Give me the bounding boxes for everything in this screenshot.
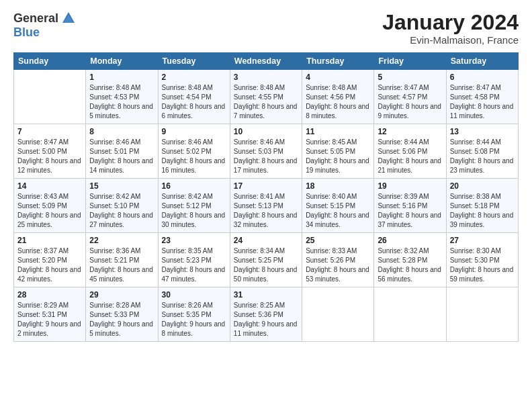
calendar-cell: [446, 287, 518, 342]
col-wednesday: Wednesday: [230, 53, 302, 70]
cell-details: Sunrise: 8:28 AM Sunset: 5:33 PM Dayligh…: [89, 301, 154, 338]
cell-details: Sunrise: 8:48 AM Sunset: 4:54 PM Dayligh…: [162, 83, 226, 121]
cell-details: Sunrise: 8:46 AM Sunset: 5:01 PM Dayligh…: [89, 138, 154, 175]
cell-details: Sunrise: 8:32 AM Sunset: 5:28 PM Dayligh…: [378, 246, 442, 284]
calendar-cell: [374, 287, 446, 342]
calendar-cell: 1Sunrise: 8:48 AM Sunset: 4:53 PM Daylig…: [86, 70, 158, 124]
page: General Blue January 2024 Evin-Malmaison…: [0, 0, 532, 411]
cell-details: Sunrise: 8:35 AM Sunset: 5:23 PM Dayligh…: [162, 246, 226, 284]
col-sunday: Sunday: [14, 53, 86, 70]
day-number: 23: [162, 236, 226, 245]
calendar-cell: 30Sunrise: 8:26 AM Sunset: 5:35 PM Dayli…: [158, 287, 230, 342]
logo-general-text: General: [13, 11, 58, 26]
day-number: 30: [162, 290, 226, 300]
day-number: 22: [89, 236, 154, 245]
day-number: 25: [306, 236, 370, 245]
cell-details: Sunrise: 8:29 AM Sunset: 5:31 PM Dayligh…: [17, 301, 82, 338]
calendar-cell: 27Sunrise: 8:30 AM Sunset: 5:30 PM Dayli…: [446, 233, 518, 287]
calendar-cell: 13Sunrise: 8:44 AM Sunset: 5:08 PM Dayli…: [446, 124, 518, 179]
cell-details: Sunrise: 8:48 AM Sunset: 4:56 PM Dayligh…: [306, 83, 370, 121]
col-saturday: Saturday: [446, 53, 518, 70]
calendar-cell: 26Sunrise: 8:32 AM Sunset: 5:28 PM Dayli…: [374, 233, 446, 287]
day-number: 10: [234, 127, 298, 136]
cell-details: Sunrise: 8:40 AM Sunset: 5:15 PM Dayligh…: [306, 192, 370, 230]
day-number: 20: [450, 181, 515, 191]
calendar-cell: 18Sunrise: 8:40 AM Sunset: 5:15 PM Dayli…: [302, 179, 374, 233]
day-number: 28: [17, 290, 82, 300]
day-number: 31: [234, 290, 298, 300]
calendar-week-4: 28Sunrise: 8:29 AM Sunset: 5:31 PM Dayli…: [14, 287, 519, 342]
col-monday: Monday: [86, 53, 158, 70]
calendar-cell: 24Sunrise: 8:34 AM Sunset: 5:25 PM Dayli…: [230, 233, 302, 287]
calendar-cell: 23Sunrise: 8:35 AM Sunset: 5:23 PM Dayli…: [158, 233, 230, 287]
header-row: Sunday Monday Tuesday Wednesday Thursday…: [14, 53, 519, 70]
day-number: 9: [162, 127, 226, 136]
day-number: 7: [17, 127, 82, 136]
calendar-cell: 21Sunrise: 8:37 AM Sunset: 5:20 PM Dayli…: [14, 233, 86, 287]
cell-details: Sunrise: 8:48 AM Sunset: 4:53 PM Dayligh…: [89, 83, 154, 121]
calendar-week-0: 1Sunrise: 8:48 AM Sunset: 4:53 PM Daylig…: [14, 70, 519, 124]
calendar-cell: 31Sunrise: 8:25 AM Sunset: 5:36 PM Dayli…: [230, 287, 302, 342]
day-number: 11: [306, 127, 370, 136]
cell-details: Sunrise: 8:25 AM Sunset: 5:36 PM Dayligh…: [234, 301, 298, 338]
calendar-cell: 16Sunrise: 8:42 AM Sunset: 5:12 PM Dayli…: [158, 179, 230, 233]
calendar-cell: 11Sunrise: 8:45 AM Sunset: 5:05 PM Dayli…: [302, 124, 374, 179]
calendar-cell: 9Sunrise: 8:46 AM Sunset: 5:02 PM Daylig…: [158, 124, 230, 179]
day-number: 8: [89, 127, 154, 136]
calendar-cell: 12Sunrise: 8:44 AM Sunset: 5:06 PM Dayli…: [374, 124, 446, 179]
cell-details: Sunrise: 8:45 AM Sunset: 5:05 PM Dayligh…: [306, 138, 370, 175]
day-number: 15: [89, 181, 154, 191]
day-number: 17: [234, 181, 298, 191]
cell-details: Sunrise: 8:42 AM Sunset: 5:10 PM Dayligh…: [89, 192, 154, 230]
calendar-cell: 3Sunrise: 8:48 AM Sunset: 4:55 PM Daylig…: [230, 70, 302, 124]
calendar-cell: [302, 287, 374, 342]
calendar-cell: 29Sunrise: 8:28 AM Sunset: 5:33 PM Dayli…: [86, 287, 158, 342]
logo: General Blue: [13, 11, 76, 40]
calendar-cell: 19Sunrise: 8:39 AM Sunset: 5:16 PM Dayli…: [374, 179, 446, 233]
day-number: 29: [89, 290, 154, 300]
day-number: 14: [17, 181, 82, 191]
title-block: January 2024 Evin-Malmaison, France: [382, 11, 519, 46]
calendar-week-1: 7Sunrise: 8:47 AM Sunset: 5:00 PM Daylig…: [14, 124, 519, 179]
calendar-subtitle: Evin-Malmaison, France: [382, 34, 519, 46]
day-number: 27: [450, 236, 515, 245]
cell-details: Sunrise: 8:34 AM Sunset: 5:25 PM Dayligh…: [234, 246, 298, 284]
calendar-cell: 17Sunrise: 8:41 AM Sunset: 5:13 PM Dayli…: [230, 179, 302, 233]
calendar-cell: 15Sunrise: 8:42 AM Sunset: 5:10 PM Dayli…: [86, 179, 158, 233]
cell-details: Sunrise: 8:30 AM Sunset: 5:30 PM Dayligh…: [450, 246, 515, 284]
cell-details: Sunrise: 8:42 AM Sunset: 5:12 PM Dayligh…: [162, 192, 226, 230]
day-number: 16: [162, 181, 226, 191]
calendar-cell: 22Sunrise: 8:36 AM Sunset: 5:21 PM Dayli…: [86, 233, 158, 287]
calendar-cell: 14Sunrise: 8:43 AM Sunset: 5:09 PM Dayli…: [14, 179, 86, 233]
calendar-cell: 5Sunrise: 8:47 AM Sunset: 4:57 PM Daylig…: [374, 70, 446, 124]
day-number: 26: [378, 236, 442, 245]
calendar-week-2: 14Sunrise: 8:43 AM Sunset: 5:09 PM Dayli…: [14, 179, 519, 233]
cell-details: Sunrise: 8:26 AM Sunset: 5:35 PM Dayligh…: [162, 301, 226, 338]
cell-details: Sunrise: 8:47 AM Sunset: 4:57 PM Dayligh…: [378, 83, 442, 121]
cell-details: Sunrise: 8:37 AM Sunset: 5:20 PM Dayligh…: [17, 246, 82, 284]
logo-icon: [61, 11, 76, 26]
day-number: 6: [450, 73, 515, 82]
cell-details: Sunrise: 8:38 AM Sunset: 5:18 PM Dayligh…: [450, 192, 515, 230]
col-friday: Friday: [374, 53, 446, 70]
cell-details: Sunrise: 8:33 AM Sunset: 5:26 PM Dayligh…: [306, 246, 370, 284]
col-tuesday: Tuesday: [158, 53, 230, 70]
calendar-week-3: 21Sunrise: 8:37 AM Sunset: 5:20 PM Dayli…: [14, 233, 519, 287]
cell-details: Sunrise: 8:43 AM Sunset: 5:09 PM Dayligh…: [17, 192, 82, 230]
calendar-cell: 4Sunrise: 8:48 AM Sunset: 4:56 PM Daylig…: [302, 70, 374, 124]
calendar-cell: 6Sunrise: 8:47 AM Sunset: 4:58 PM Daylig…: [446, 70, 518, 124]
calendar-cell: 8Sunrise: 8:46 AM Sunset: 5:01 PM Daylig…: [86, 124, 158, 179]
day-number: 3: [234, 73, 298, 82]
day-number: 21: [17, 236, 82, 245]
cell-details: Sunrise: 8:41 AM Sunset: 5:13 PM Dayligh…: [234, 192, 298, 230]
header: General Blue January 2024 Evin-Malmaison…: [13, 11, 519, 46]
calendar-cell: 25Sunrise: 8:33 AM Sunset: 5:26 PM Dayli…: [302, 233, 374, 287]
cell-details: Sunrise: 8:39 AM Sunset: 5:16 PM Dayligh…: [378, 192, 442, 230]
calendar-cell: 2Sunrise: 8:48 AM Sunset: 4:54 PM Daylig…: [158, 70, 230, 124]
cell-details: Sunrise: 8:48 AM Sunset: 4:55 PM Dayligh…: [234, 83, 298, 121]
calendar-cell: 10Sunrise: 8:46 AM Sunset: 5:03 PM Dayli…: [230, 124, 302, 179]
day-number: 5: [378, 73, 442, 82]
cell-details: Sunrise: 8:36 AM Sunset: 5:21 PM Dayligh…: [89, 246, 154, 284]
cell-details: Sunrise: 8:46 AM Sunset: 5:02 PM Dayligh…: [162, 138, 226, 175]
col-thursday: Thursday: [302, 53, 374, 70]
